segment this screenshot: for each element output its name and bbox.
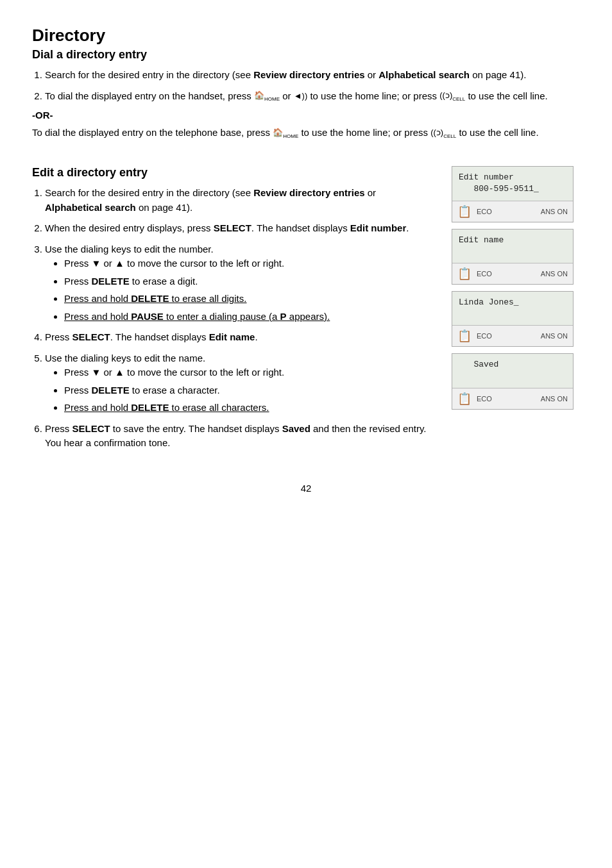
select-bold-3: SELECT [72, 423, 110, 434]
screen-linda-jones-display: Linda Jones_ [452, 292, 573, 326]
screen-saved-line2 [459, 371, 566, 382]
screen-edit-name-line1: Edit name [459, 235, 566, 246]
edit-step-3: Use the dialing keys to edit the number.… [45, 242, 432, 324]
bullet-3-2: Press DELETE to erase a digit. [64, 274, 432, 289]
ans-label-3: ANS ON [541, 332, 568, 340]
screen-linda-jones-footer: 📋 ECO ANS ON [452, 326, 573, 346]
edit-name-bold: Edit name [209, 331, 255, 342]
dial-steps-list: Search for the desired entry in the dire… [45, 68, 580, 103]
edit-step-6: Press SELECT to save the entry. The hand… [45, 422, 432, 451]
page-number: 42 [32, 483, 580, 494]
bullet-3-4: Press and hold PAUSE to enter a dialing … [64, 310, 432, 324]
select-bold-1: SELECT [214, 222, 251, 233]
phone-icon-2: 📋 [457, 267, 472, 281]
cell-icon-2: ((ↄ)CELL [430, 126, 456, 140]
phone-icon-3: 📋 [457, 329, 472, 343]
ans-label-2: ANS ON [541, 270, 568, 278]
cell-icon: ((ↄ)CELL [439, 89, 465, 103]
page-title: Directory [32, 26, 580, 46]
dial-section: Dial a directory entry Search for the de… [32, 48, 580, 140]
screen-saved-footer: 📋 ECO ANS ON [452, 388, 573, 409]
eco-label-3: ECO [477, 332, 492, 340]
edit-step-4: Press SELECT. The handset displays Edit … [45, 330, 432, 345]
home-icon-2: 🏠HOME [273, 126, 298, 140]
dial-bold-2: Alphabetical search [378, 69, 470, 80]
edit-heading: Edit a directory entry [32, 166, 432, 179]
dial-bold-1: Review directory entries [253, 69, 364, 80]
phone-icon-1: 📋 [457, 204, 472, 219]
speaker-icon: ◄)) [294, 90, 308, 103]
screen-edit-number-line1: Edit number [459, 172, 566, 183]
edit-text-content: Edit a directory entry Search for the de… [32, 166, 432, 457]
or-separator: -OR- [32, 110, 580, 121]
edit-step-5: Use the dialing keys to edit the name. P… [45, 351, 432, 415]
eco-label-4: ECO [477, 395, 492, 403]
select-bold-2: SELECT [72, 331, 110, 342]
edit-step-2: When the desired entry displays, press S… [45, 221, 432, 236]
ans-label-4: ANS ON [541, 395, 568, 403]
edit-number-bold: Edit number [350, 222, 407, 233]
screen-edit-name-line2 [459, 246, 566, 258]
dial-step-1: Search for the desired entry in the dire… [45, 68, 580, 83]
bullet-3-3: Press and hold DELETE to erase all digit… [64, 292, 432, 306]
home-icon: 🏠HOME [254, 89, 280, 103]
dial-step-2: To dial the displayed entry on the hands… [45, 89, 580, 104]
bullet-3-1: Press ▼ or ▲ to move the cursor to the l… [64, 256, 432, 271]
edit-steps-list: Search for the desired entry in the dire… [45, 186, 432, 451]
page-container: Directory Dial a directory entry Search … [32, 26, 580, 494]
screen-saved-display: Saved [452, 354, 573, 388]
screen-edit-number-line2: 800-595-9511_ [459, 183, 566, 195]
phone-icon-4: 📋 [457, 392, 472, 406]
screen-linda-jones-line2 [459, 308, 566, 320]
ans-label-1: ANS ON [541, 208, 568, 215]
edit-step-1: Search for the desired entry in the dire… [45, 186, 432, 215]
eco-label-1: ECO [477, 208, 492, 215]
bullet-5-2: Press DELETE to erase a character. [64, 383, 432, 398]
screen-linda-jones: Linda Jones_ 📋 ECO ANS ON [452, 291, 574, 347]
screen-edit-number-display: Edit number 800-595-9511_ [452, 167, 573, 201]
screen-edit-name-display: Edit name [452, 230, 573, 263]
saved-bold: Saved [282, 423, 310, 434]
screens-column: Edit number 800-595-9511_ 📋 ECO ANS ON E… [452, 166, 580, 410]
screen-saved-line1: Saved [459, 359, 566, 371]
edit-step-5-bullets: Press ▼ or ▲ to move the cursor to the l… [64, 365, 432, 415]
screen-edit-name: Edit name 📋 ECO ANS ON [452, 229, 574, 285]
screen-edit-name-footer: 📋 ECO ANS ON [452, 263, 573, 284]
dial-or-text: To dial the displayed entry on the telep… [32, 126, 580, 140]
edit-section-area: Edit a directory entry Search for the de… [32, 166, 580, 457]
screen-edit-number: Edit number 800-595-9511_ 📋 ECO ANS ON [452, 166, 574, 222]
edit-step-3-bullets: Press ▼ or ▲ to move the cursor to the l… [64, 256, 432, 324]
eco-label-2: ECO [477, 270, 492, 278]
dial-heading: Dial a directory entry [32, 48, 580, 62]
screen-saved: Saved 📋 ECO ANS ON [452, 353, 574, 409]
edit-bold-2: Alphabetical search [45, 202, 136, 213]
edit-bold-1: Review directory entries [253, 187, 364, 198]
screen-edit-number-footer: 📋 ECO ANS ON [452, 201, 573, 222]
bullet-5-1: Press ▼ or ▲ to move the cursor to the l… [64, 365, 432, 380]
screen-linda-jones-line1: Linda Jones_ [459, 297, 566, 308]
bullet-5-3: Press and hold DELETE to erase all chara… [64, 401, 432, 415]
